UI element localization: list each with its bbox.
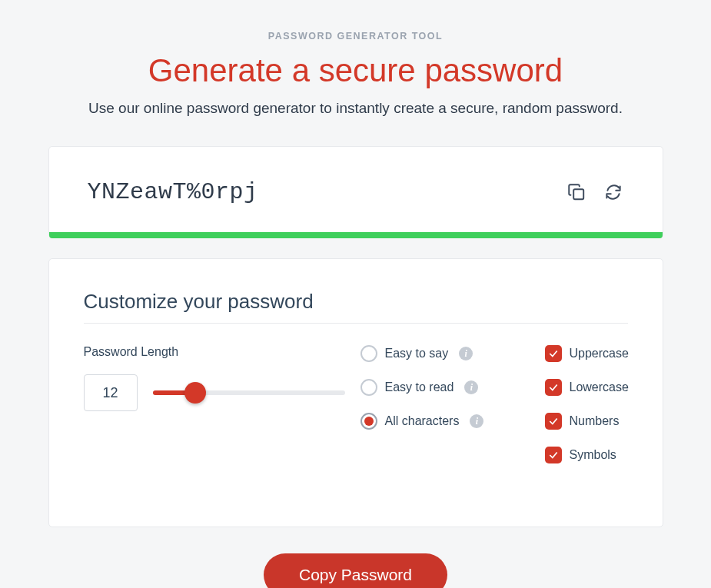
copy-icon[interactable]	[566, 181, 587, 203]
checkbox-icon[interactable]	[545, 447, 562, 463]
eyebrow-label: PASSWORD GENERATOR TOOL	[268, 31, 443, 42]
page-subtitle: Use our online password generator to ins…	[88, 100, 623, 117]
check-symbols[interactable]: Symbols	[545, 447, 629, 463]
check-numbers[interactable]: Numbers	[545, 413, 629, 430]
length-label: Password Length	[84, 345, 345, 359]
length-slider[interactable]	[153, 381, 345, 404]
info-icon[interactable]	[459, 347, 473, 360]
check-label: Symbols	[570, 448, 616, 462]
checkbox-icon[interactable]	[545, 413, 562, 430]
checkbox-icon[interactable]	[545, 379, 562, 396]
radio-label: All characters	[385, 414, 460, 428]
radio-circle-icon[interactable]	[360, 345, 377, 362]
radio-circle-icon[interactable]	[360, 413, 377, 430]
customize-title: Customize your password	[84, 290, 628, 324]
password-actions	[566, 181, 624, 203]
radio-easy-to-say[interactable]: Easy to say	[360, 345, 530, 362]
length-input[interactable]	[84, 374, 138, 411]
generated-password: YNZeawT%0rpj	[88, 179, 258, 205]
radio-label: Easy to say	[385, 347, 449, 360]
check-lowercase[interactable]: Lowercase	[545, 379, 629, 396]
password-display-card: YNZeawT%0rpj	[48, 146, 663, 238]
check-label: Numbers	[570, 414, 620, 428]
slider-thumb[interactable]	[184, 382, 206, 404]
radio-all-characters[interactable]: All characters	[360, 413, 530, 430]
check-label: Lowercase	[570, 380, 629, 394]
check-label: Uppercase	[570, 347, 629, 360]
svg-rect-0	[573, 189, 583, 199]
info-icon[interactable]	[470, 414, 483, 428]
info-icon[interactable]	[464, 380, 478, 394]
charset-column: Uppercase Lowercase Numbers	[545, 345, 629, 480]
page-title: Generate a secure password	[148, 52, 563, 89]
radio-label: Easy to read	[385, 380, 454, 394]
radio-circle-icon[interactable]	[360, 379, 377, 396]
copy-password-button[interactable]: Copy Password	[264, 553, 447, 588]
check-uppercase[interactable]: Uppercase	[545, 345, 629, 362]
customize-card: Customize your password Password Length	[48, 258, 663, 527]
radio-dot-icon	[364, 417, 374, 426]
mode-column: Easy to say Easy to read All characters	[360, 345, 530, 480]
radio-easy-to-read[interactable]: Easy to read	[360, 379, 530, 396]
checkbox-icon[interactable]	[545, 345, 562, 362]
length-column: Password Length	[84, 345, 345, 480]
strength-bar	[49, 232, 663, 238]
refresh-icon[interactable]	[603, 181, 624, 203]
